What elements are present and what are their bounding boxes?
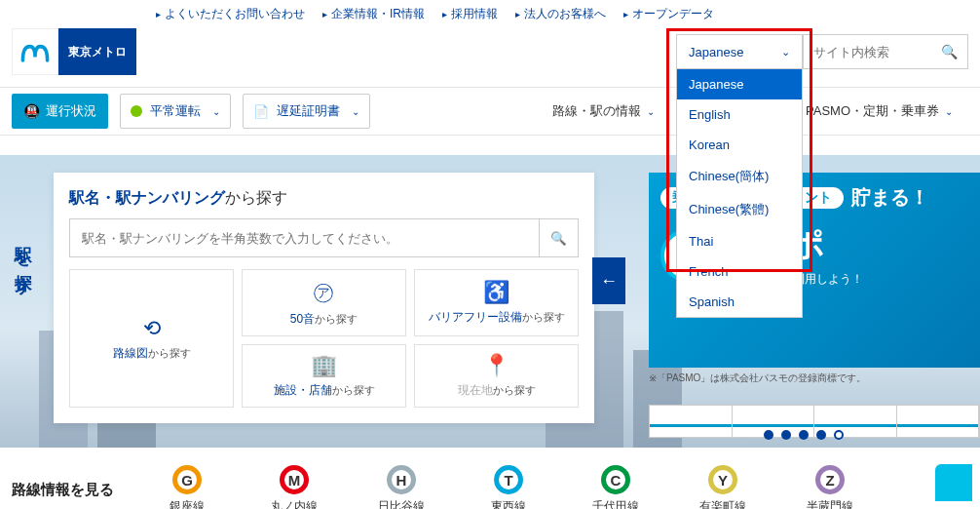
util-link-opendata[interactable]: オープンデータ xyxy=(623,6,714,22)
hero-section: 駅を探す 駅名・駅ナンバリングから探す 🔍 ⟲ 路線図から探す ㋐ 50音から探… xyxy=(0,155,980,448)
line-name: 有楽町線 xyxy=(699,498,746,509)
lang-option-korean[interactable]: Korean xyxy=(677,130,802,160)
lang-option-english[interactable]: English xyxy=(677,99,802,130)
lang-option-chinese-simplified[interactable]: Chinese(簡体) xyxy=(677,160,802,193)
metro-logo-icon xyxy=(18,34,53,69)
language-select[interactable]: Japanese ⌄ xyxy=(676,34,803,69)
carousel-dots[interactable] xyxy=(764,430,844,440)
status-dot-icon xyxy=(131,105,142,117)
header: 東京メトロ Japanese ⌄ Japanese English Korean… xyxy=(0,28,980,87)
normal-operation-label: 平常運転 xyxy=(150,102,201,120)
lang-option-spanish[interactable]: Spanish xyxy=(677,287,802,317)
line-info-row: 路線情報を見る G銀座線M丸ノ内線H日比谷線T東西線C千代田線Y有楽町線Z半蔵門… xyxy=(0,448,980,509)
line-item-m[interactable]: M丸ノ内線 xyxy=(241,465,348,509)
line-badge-icon: M xyxy=(280,465,309,494)
line-item-z[interactable]: Z半蔵門線 xyxy=(776,465,884,509)
chevron-down-icon: ⌄ xyxy=(945,106,953,117)
line-item-t[interactable]: T東西線 xyxy=(455,465,562,509)
carousel-prev-button[interactable]: ← xyxy=(592,257,625,304)
utility-nav: よくいただくお問い合わせ 企業情報・IR情報 採用情報 法人のお客様へ オープン… xyxy=(0,0,980,28)
line-badge-icon: Z xyxy=(815,465,845,494)
search-by-50on[interactable]: ㋐ 50音から探す xyxy=(242,269,406,336)
location-pin-icon: 📍 xyxy=(483,353,509,378)
carousel-dot[interactable] xyxy=(781,430,791,440)
building-icon: 🏢 xyxy=(311,353,337,378)
operation-status-label: 運行状況 xyxy=(46,102,96,120)
document-icon: 📄 xyxy=(253,104,269,119)
logo[interactable]: 東京メトロ xyxy=(12,28,136,75)
line-item-c[interactable]: C千代田線 xyxy=(562,465,669,509)
lang-option-french[interactable]: French xyxy=(677,256,802,287)
line-item-g[interactable]: G銀座線 xyxy=(133,465,241,509)
carousel-dot[interactable] xyxy=(799,430,809,440)
pasmo-trademark-note: ※「PASMO」は株式会社パスモの登録商標です。 xyxy=(649,372,866,385)
line-item-y[interactable]: Y有楽町線 xyxy=(669,465,776,509)
panel-title: 駅名・駅ナンバリングから探す xyxy=(69,188,579,209)
delay-certificate-label: 遅延証明書 xyxy=(277,102,340,120)
delay-certificate-select[interactable]: 📄 遅延証明書 ⌄ xyxy=(243,94,370,129)
station-search-button[interactable]: 🔍 xyxy=(539,219,578,256)
util-link-business[interactable]: 法人のお客様へ xyxy=(515,6,606,22)
nav-routes-stations[interactable]: 路線・駅の情報⌄ xyxy=(537,87,670,136)
line-item-h[interactable]: H日比谷線 xyxy=(348,465,455,509)
line-badge-icon: T xyxy=(494,465,523,494)
search-by-facility[interactable]: 🏢 施設・店舗から探す xyxy=(242,344,406,408)
line-name: 銀座線 xyxy=(170,498,205,509)
util-link-faq[interactable]: よくいただくお問い合わせ xyxy=(156,6,305,22)
operation-status-button[interactable]: 🚇 運行状況 xyxy=(12,94,108,129)
site-search: 🔍 xyxy=(803,34,968,69)
carousel-dot-active[interactable] xyxy=(834,430,844,440)
search-icon[interactable]: 🔍 xyxy=(941,44,958,59)
chevron-down-icon: ⌄ xyxy=(781,46,790,59)
search-input[interactable] xyxy=(813,45,940,59)
arrow-left-icon: ← xyxy=(600,271,618,292)
station-search-side-label: 駅を探す xyxy=(12,233,35,290)
util-link-recruit[interactable]: 採用情報 xyxy=(442,6,498,22)
search-by-location[interactable]: 📍 現在地から探す xyxy=(414,344,579,408)
wheelchair-icon: ♿ xyxy=(483,280,509,305)
search-icon: 🔍 xyxy=(550,231,567,246)
search-by-barrier-free[interactable]: ♿ バリアフリー設備から探す xyxy=(414,269,579,336)
chevron-down-icon: ⌄ xyxy=(212,106,220,117)
line-name: 千代田線 xyxy=(592,498,639,509)
line-name: 丸ノ内線 xyxy=(271,498,318,509)
language-selected: Japanese xyxy=(689,45,743,59)
train-icon: 🚇 xyxy=(23,103,40,119)
line-name: 日比谷線 xyxy=(378,498,425,509)
station-search-field: 🔍 xyxy=(69,218,579,257)
lang-option-thai[interactable]: Thai xyxy=(677,226,802,256)
logo-text: 東京メトロ xyxy=(58,28,136,75)
floating-action-button[interactable] xyxy=(935,464,972,501)
language-dropdown: Japanese English Korean Chinese(簡体) Chin… xyxy=(676,69,803,318)
kana-icon: ㋐ xyxy=(313,278,335,307)
normal-operation-select[interactable]: 平常運転 ⌄ xyxy=(120,94,231,129)
search-by-routemap[interactable]: ⟲ 路線図から探す xyxy=(69,269,234,408)
line-badge-icon: C xyxy=(601,465,630,494)
nav-pasmo-tickets[interactable]: PASMO・定期・乗車券⌄ xyxy=(790,87,968,136)
carousel-dot[interactable] xyxy=(764,430,773,440)
line-badge-icon: H xyxy=(387,465,416,494)
chevron-down-icon: ⌄ xyxy=(352,106,359,117)
routemap-icon: ⟲ xyxy=(143,316,161,341)
station-search-panel: 駅名・駅ナンバリングから探す 🔍 ⟲ 路線図から探す ㋐ 50音から探す ♿ バ… xyxy=(54,173,594,423)
line-badge-icon: G xyxy=(172,465,202,494)
line-name: 東西線 xyxy=(491,498,526,509)
util-link-corporate[interactable]: 企業情報・IR情報 xyxy=(322,6,425,22)
station-search-input[interactable] xyxy=(70,219,539,256)
line-badge-icon: Y xyxy=(708,465,737,494)
logo-mark xyxy=(12,28,58,75)
lang-option-japanese[interactable]: Japanese xyxy=(677,69,802,99)
carousel-dot[interactable] xyxy=(816,430,826,440)
lines-title: 路線情報を見る xyxy=(12,481,114,499)
line-name: 半蔵門線 xyxy=(807,498,853,509)
lang-option-chinese-traditional[interactable]: Chinese(繁體) xyxy=(677,193,802,226)
main-nav: 🚇 運行状況 平常運転 ⌄ 📄 遅延証明書 ⌄ 路線・駅の情報⌄ 運賃・のりかえ… xyxy=(0,87,980,136)
chevron-down-icon: ⌄ xyxy=(647,106,655,117)
